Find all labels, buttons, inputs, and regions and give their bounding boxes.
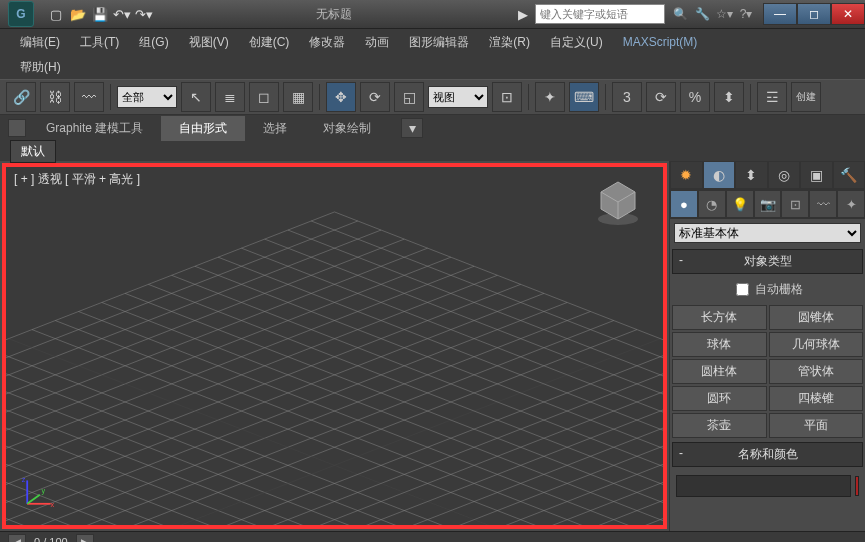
primitive-button[interactable]: 圆锥体	[769, 305, 864, 330]
primitive-button[interactable]: 管状体	[769, 359, 864, 384]
angle-snap-icon[interactable]: ⟳	[646, 82, 676, 112]
create-set-icon[interactable]: 创建	[791, 82, 821, 112]
create-tab-icon[interactable]: ✹	[670, 161, 703, 189]
save-icon[interactable]: 💾	[90, 4, 110, 24]
spinner-snap-icon[interactable]: ⬍	[714, 82, 744, 112]
ribbon-toggle-icon[interactable]	[8, 119, 26, 137]
timeline-next-icon[interactable]: ▶	[76, 534, 94, 542]
primitive-button[interactable]: 四棱锥	[769, 386, 864, 411]
primitive-button[interactable]: 平面	[769, 413, 864, 438]
select-name-icon[interactable]: ≣	[215, 82, 245, 112]
spacewarps-subtab-icon[interactable]: 〰	[809, 190, 837, 218]
svg-line-45	[195, 411, 663, 525]
menu-item[interactable]: 修改器	[301, 31, 353, 54]
hierarchy-tab-icon[interactable]: ⬍	[735, 161, 768, 189]
viewcube-icon[interactable]	[593, 177, 643, 227]
menu-item[interactable]: 图形编辑器	[401, 31, 477, 54]
primitive-button[interactable]: 长方体	[672, 305, 767, 330]
link-icon[interactable]: 🔗	[6, 82, 36, 112]
svg-line-54	[311, 221, 663, 474]
display-tab-icon[interactable]: ▣	[800, 161, 833, 189]
primitive-button[interactable]: 球体	[672, 332, 767, 357]
helpers-subtab-icon[interactable]: ⊡	[781, 190, 809, 218]
svg-line-63	[27, 495, 40, 504]
pivot-icon[interactable]: ⊡	[492, 82, 522, 112]
rollout-name-color[interactable]: 名称和颜色	[672, 442, 863, 467]
primitive-button[interactable]: 圆环	[672, 386, 767, 411]
shapes-subtab-icon[interactable]: ◔	[698, 190, 726, 218]
binocular-icon[interactable]: 🔍	[671, 5, 689, 23]
play-icon[interactable]: ▶	[513, 4, 533, 24]
bind-icon[interactable]: 〰	[74, 82, 104, 112]
viewport[interactable]: [ + ] 透视 [ 平滑 + 高光 ] z x y	[2, 163, 667, 529]
primitive-button[interactable]: 圆柱体	[672, 359, 767, 384]
ref-coord[interactable]: 视图	[428, 86, 488, 108]
ribbon-tab[interactable]: 选择	[245, 116, 305, 141]
app-icon[interactable]: G	[8, 1, 34, 27]
timeline-prev-icon[interactable]: ◀	[8, 534, 26, 542]
primitive-button[interactable]: 茶壶	[672, 413, 767, 438]
scale-icon[interactable]: ◱	[394, 82, 424, 112]
svg-line-30	[32, 330, 663, 525]
utilities-tab-icon[interactable]: 🔨	[833, 161, 866, 189]
rotate-icon[interactable]: ⟳	[360, 82, 390, 112]
svg-line-11	[6, 257, 451, 510]
favorite-icon[interactable]: ☆▾	[715, 5, 733, 23]
menu-item[interactable]: 渲染(R)	[481, 31, 538, 54]
svg-line-50	[265, 239, 663, 492]
svg-line-19	[6, 293, 544, 525]
motion-tab-icon[interactable]: ◎	[768, 161, 801, 189]
ribbon-tab[interactable]: 对象绘制	[305, 116, 389, 141]
svg-line-25	[6, 321, 614, 525]
open-icon[interactable]: 📂	[68, 4, 88, 24]
default-tab[interactable]: 默认	[10, 140, 56, 163]
redo-icon[interactable]: ↷▾	[134, 4, 154, 24]
selection-filter[interactable]: 全部	[117, 86, 177, 108]
maximize-button[interactable]: ◻	[797, 3, 831, 25]
help-icon[interactable]: ?▾	[737, 5, 755, 23]
systems-subtab-icon[interactable]: ✦	[837, 190, 865, 218]
window-crossing-icon[interactable]: ▦	[283, 82, 313, 112]
ribbon-tab[interactable]: 自由形式	[161, 116, 245, 141]
object-name-input[interactable]	[676, 475, 851, 497]
svg-line-32	[55, 321, 663, 525]
unlink-icon[interactable]: ⛓	[40, 82, 70, 112]
rollout-object-type[interactable]: 对象类型	[672, 249, 863, 274]
select-region-icon[interactable]: ◻	[249, 82, 279, 112]
new-icon[interactable]: ▢	[46, 4, 66, 24]
menu-item[interactable]: 动画	[357, 31, 397, 54]
ribbon-tab[interactable]: Graphite 建模工具	[28, 116, 161, 141]
wrench-icon[interactable]: 🔧	[693, 5, 711, 23]
primitive-button[interactable]: 几何球体	[769, 332, 864, 357]
keyboard-shortcut-icon[interactable]: ⌨	[569, 82, 599, 112]
percent-snap-icon[interactable]: %	[680, 82, 710, 112]
category-select[interactable]: 标准基本体	[674, 223, 861, 243]
snap-toggle-icon[interactable]: 3	[612, 82, 642, 112]
modify-tab-icon[interactable]: ◐	[703, 161, 736, 189]
menu-item[interactable]: MAXScript(M)	[615, 32, 706, 52]
search-input[interactable]	[535, 4, 665, 24]
select-icon[interactable]: ↖	[181, 82, 211, 112]
geometry-subtab-icon[interactable]: ●	[670, 190, 698, 218]
undo-icon[interactable]: ↶▾	[112, 4, 132, 24]
color-swatch[interactable]	[855, 476, 859, 496]
lights-subtab-icon[interactable]: 💡	[726, 190, 754, 218]
menu-help[interactable]: 帮助(H)	[12, 56, 69, 79]
cameras-subtab-icon[interactable]: 📷	[754, 190, 782, 218]
menu-item[interactable]: 自定义(U)	[542, 31, 611, 54]
menu-item[interactable]: 编辑(E)	[12, 31, 68, 54]
menu-item[interactable]: 组(G)	[131, 31, 176, 54]
svg-line-38	[125, 293, 663, 525]
named-sets-icon[interactable]: ☲	[757, 82, 787, 112]
ribbon-dropdown-icon[interactable]: ▾	[401, 118, 423, 138]
svg-line-21	[6, 302, 567, 525]
svg-text:x: x	[51, 500, 55, 509]
menu-item[interactable]: 创建(C)	[241, 31, 298, 54]
move-icon[interactable]: ✥	[326, 82, 356, 112]
autogrid-checkbox[interactable]: 自动栅格	[732, 282, 803, 296]
menu-item[interactable]: 工具(T)	[72, 31, 127, 54]
minimize-button[interactable]: —	[763, 3, 797, 25]
close-button[interactable]: ✕	[831, 3, 865, 25]
manipulate-icon[interactable]: ✦	[535, 82, 565, 112]
menu-item[interactable]: 视图(V)	[181, 31, 237, 54]
